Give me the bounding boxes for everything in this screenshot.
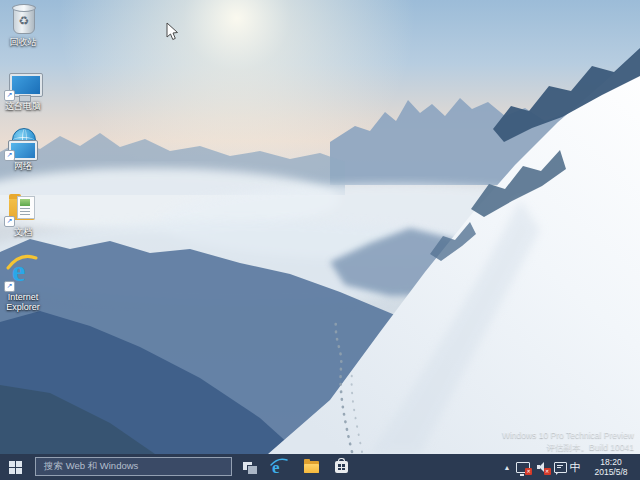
mouse-cursor [166,22,179,41]
store-button[interactable] [326,454,356,480]
icon-label: 回收站 [0,37,52,47]
wallpaper-mountains [0,0,640,454]
watermark-line1: Windows 10 Pro Technical Preview [502,429,634,441]
store-bag-icon [335,461,348,473]
chevron-up-icon: ▲ [504,464,511,471]
desktop-icon-internet-explorer[interactable]: e ↗ Internet Explorer [0,257,52,312]
clock-date: 2015/5/8 [594,467,627,477]
windows-logo-icon [9,461,22,474]
this-pc-icon: ↗ [6,68,40,100]
shortcut-arrow-icon: ↗ [4,281,15,292]
desktop-icon-documents[interactable]: ↗ 文档 [0,194,52,237]
error-badge-icon: ✕ [525,468,532,475]
network-icon: ↗ [6,128,40,160]
ime-label: 中 [570,460,581,475]
volume-button[interactable]: ✕ [533,454,551,480]
show-hidden-icons-button[interactable]: ▲ [500,454,514,480]
network-icon: ✕ [516,462,530,473]
ime-indicator-button[interactable]: 中 [567,454,583,480]
ie-icon: e [270,458,288,476]
file-explorer-button[interactable] [296,454,326,480]
wallpaper [0,0,640,454]
speaker-icon: ✕ [537,462,548,472]
evaluation-watermark: Windows 10 Pro Technical Preview 评估副本。Bu… [502,429,634,453]
shortcut-arrow-icon: ↗ [4,90,15,101]
watermark-line2: 评估副本。Build 10041 [502,441,634,453]
internet-explorer-icon: e ↗ [6,257,40,291]
icon-label: 网络 [0,161,52,171]
clock[interactable]: 18:20 2015/5/8 [586,454,636,480]
icon-label: 文档 [0,227,52,237]
taskbar: 搜索 Web 和 Windows e ▲ ✕ [0,454,640,480]
clock-time: 18:20 [600,457,621,467]
action-center-icon [554,462,567,473]
desktop-icon-network[interactable]: ↗ 网络 [0,128,52,171]
shortcut-arrow-icon: ↗ [4,150,15,161]
error-badge-icon: ✕ [544,468,551,475]
start-button[interactable] [0,454,30,480]
documents-icon: ↗ [6,194,40,226]
icon-label: Internet Explorer [0,292,52,312]
taskbar-search-input[interactable]: 搜索 Web 和 Windows [35,457,232,476]
search-placeholder: 搜索 Web 和 Windows [44,460,138,473]
desktop-icon-this-pc[interactable]: ↗ 这台电脑 [0,68,52,111]
desktop-icon-recycle-bin[interactable]: ♻ 回收站 [0,4,52,47]
network-status-button[interactable]: ✕ [514,454,532,480]
windows-desktop: ♻ 回收站 ↗ 这台电脑 ↗ 网络 ↗ 文档 [0,0,640,480]
icon-label: 这台电脑 [0,101,52,111]
task-view-button[interactable] [236,454,264,480]
task-view-icon [243,462,257,473]
folder-icon [304,461,319,473]
shortcut-arrow-icon: ↗ [4,216,15,227]
recycle-bin-icon: ♻ [6,4,40,36]
taskbar-internet-explorer-button[interactable]: e [264,454,294,480]
